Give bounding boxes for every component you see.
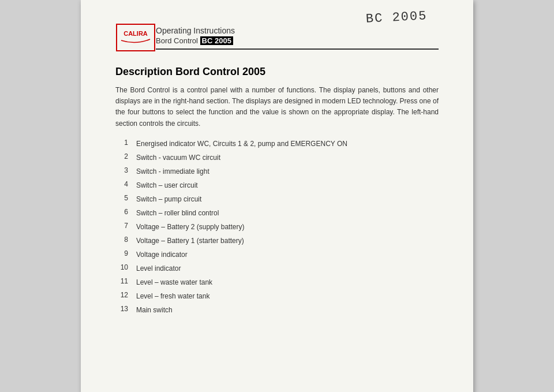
list-item-number: 7 (115, 222, 136, 230)
list-item: 1Energised indicator WC, Circuits 1 & 2,… (115, 139, 439, 149)
list-item: 12Level – fresh water tank (115, 291, 439, 301)
list-item: 9Voltage indicator (115, 249, 439, 260)
list-item: 3Switch - immediate light (115, 166, 439, 177)
numbered-list: 1Energised indicator WC, Circuits 1 & 2,… (115, 139, 439, 315)
svg-rect-0 (117, 24, 155, 51)
list-item-text: Main switch (136, 305, 439, 315)
list-item-text: Voltage – Battery 2 (supply battery) (136, 222, 439, 232)
list-item-number: 10 (115, 263, 136, 271)
logo-container: CALIRA (115, 23, 156, 52)
list-item-number: 4 (115, 180, 136, 188)
list-item-text: Energised indicator WC, Circuits 1 & 2, … (136, 139, 439, 149)
list-item: 4Switch – user circuit (115, 180, 439, 191)
list-item-text: Voltage – Battery 1 (starter battery) (136, 236, 439, 246)
list-item-text: Switch – pump circuit (136, 194, 439, 204)
section-title: Description Bord Control 2005 (115, 66, 439, 78)
list-item-text: Level indicator (136, 263, 439, 274)
list-item-text: Switch - immediate light (136, 166, 439, 177)
list-item-text: Switch – roller blind control (136, 208, 439, 218)
header-main-title: Operating Instructions (156, 26, 439, 35)
list-item-number: 13 (115, 305, 136, 313)
list-item: 5Switch – pump circuit (115, 194, 439, 204)
list-item: 6Switch – roller blind control (115, 208, 439, 218)
list-item-number: 12 (115, 291, 136, 299)
svg-text:CALIRA: CALIRA (123, 30, 148, 37)
list-item-number: 6 (115, 208, 136, 216)
header-subtitle: Bord Control BC 2005 (156, 36, 439, 45)
list-item: 2Switch - vacuum WC circuit (115, 152, 439, 163)
list-item-number: 2 (115, 152, 136, 160)
list-item-number: 5 (115, 194, 136, 202)
page-header: CALIRA Operating Instructions Bord Contr… (115, 23, 439, 54)
list-item-number: 9 (115, 249, 136, 257)
list-item: 10Level indicator (115, 263, 439, 274)
list-item-number: 1 (115, 139, 136, 147)
list-item-text: Switch – user circuit (136, 180, 439, 191)
list-item: 11Level – waste water tank (115, 277, 439, 288)
list-item-text: Level – fresh water tank (136, 291, 439, 301)
list-item: 7Voltage – Battery 2 (supply battery) (115, 222, 439, 232)
page: BC 2005 CALIRA Operating Instructions Bo… (81, 0, 473, 392)
list-item: 8Voltage – Battery 1 (starter battery) (115, 236, 439, 246)
list-item-text: Voltage indicator (136, 249, 439, 260)
body-paragraph: The Bord Control is a control panel with… (115, 85, 439, 129)
list-item-text: Switch - vacuum WC circuit (136, 152, 439, 163)
list-item-number: 8 (115, 236, 136, 244)
list-item-number: 11 (115, 277, 136, 285)
list-item-number: 3 (115, 166, 136, 174)
calira-logo: CALIRA (115, 23, 156, 52)
list-item: 13Main switch (115, 305, 439, 315)
list-item-text: Level – waste water tank (136, 277, 439, 288)
header-title-area: Operating Instructions Bord Control BC 2… (156, 26, 439, 50)
